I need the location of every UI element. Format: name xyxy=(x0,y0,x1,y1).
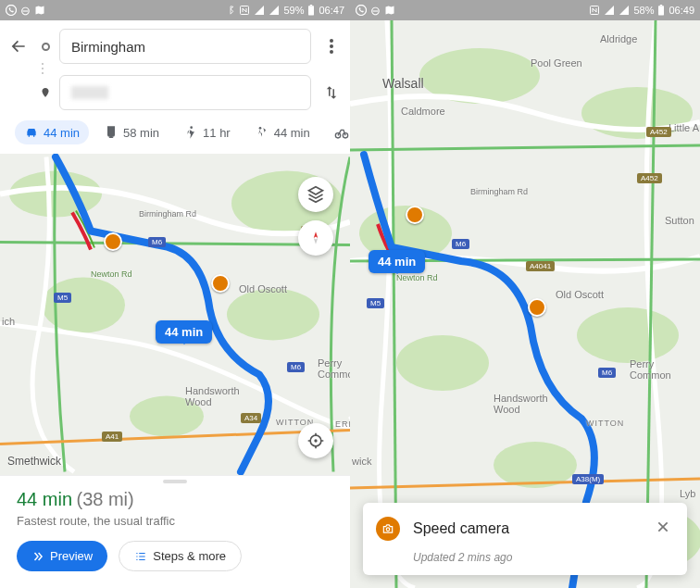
search-panel: Birmingham 44 min xyxy=(0,20,350,154)
mode-walk[interactable]: 11 hr xyxy=(174,120,240,144)
speed-camera-pin[interactable] xyxy=(211,274,230,293)
label-lyb: Lyb xyxy=(680,488,695,499)
svg-rect-3 xyxy=(310,5,312,6)
steps-label: Steps & more xyxy=(153,549,226,563)
swap-button[interactable] xyxy=(319,74,344,111)
label-aldridge: Aldridge xyxy=(600,33,637,44)
svg-point-9 xyxy=(335,133,340,138)
svg-point-8 xyxy=(258,127,261,130)
badge-m5: M5 xyxy=(367,298,384,308)
toast-subtitle: Updated 2 mins ago xyxy=(413,551,674,564)
battery-icon xyxy=(307,5,315,16)
toast-title: Speed camera xyxy=(413,520,639,537)
svg-rect-22 xyxy=(660,5,662,6)
compass-button[interactable] xyxy=(298,220,333,256)
mode-transit-label: 58 min xyxy=(123,126,159,140)
mode-cycle[interactable]: 3 hr xyxy=(325,120,350,144)
summary-description: Fastest route, the usual traffic xyxy=(17,514,333,528)
speed-camera-toast: Speed camera Updated 2 mins ago xyxy=(363,503,687,575)
label-newton-rd: Newton Rd xyxy=(396,273,438,282)
back-button[interactable] xyxy=(6,28,31,65)
swap-vertical-icon xyxy=(323,84,340,101)
signal-icon xyxy=(604,5,615,16)
svg-point-4 xyxy=(330,39,333,43)
speed-camera-pin[interactable] xyxy=(528,298,546,317)
rideshare-icon xyxy=(255,125,269,140)
phone-right: ⊖ 58% 06:49 xyxy=(350,0,700,588)
route-time-badge: 44 min xyxy=(156,320,212,344)
mode-tabs: 44 min 58 min 11 hr 44 min 3 hr xyxy=(6,111,344,154)
label-lich: ich xyxy=(2,316,15,327)
clock: 06:47 xyxy=(319,5,344,16)
nfc-icon xyxy=(589,5,600,16)
label-smethwick: Smethwick xyxy=(7,455,61,468)
speed-camera-pin[interactable] xyxy=(406,206,424,224)
maps-icon xyxy=(384,5,395,16)
maps-icon xyxy=(34,5,45,16)
svg-rect-2 xyxy=(308,6,314,15)
label-handsworth: Handsworth Wood xyxy=(494,393,548,415)
battery-pct: 59% xyxy=(283,5,304,16)
mode-transit[interactable]: 58 min xyxy=(94,120,169,144)
label-birmingham-rd: Birmingham Rd xyxy=(139,209,196,219)
signal-icon-2 xyxy=(269,5,280,16)
svg-point-5 xyxy=(330,44,333,48)
label-wick: wick xyxy=(352,456,371,467)
label-handsworth: Handsworth Wood xyxy=(185,385,240,407)
route-summary-card[interactable]: 44 min (38 mi) Fastest route, the usual … xyxy=(0,475,350,588)
my-location-button[interactable] xyxy=(298,423,333,458)
notif-dash-icon: ⊖ xyxy=(370,4,381,18)
svg-point-28 xyxy=(577,307,679,363)
route-connector-icon xyxy=(39,63,44,74)
status-bar: ⊖ 58% 06:49 xyxy=(350,0,700,20)
mode-rideshare-label: 44 min xyxy=(274,126,310,140)
map-view[interactable]: Walsall Caldmore Pool Green Aldridge Lit… xyxy=(350,20,700,588)
whatsapp-icon xyxy=(6,5,17,16)
badge-m5: M5 xyxy=(54,293,71,303)
layers-button[interactable] xyxy=(298,177,333,212)
list-icon xyxy=(134,550,147,563)
nfc-icon xyxy=(239,5,250,16)
badge-a34: A34 xyxy=(241,413,261,423)
steps-button[interactable]: Steps & more xyxy=(119,541,242,571)
mode-drive-label: 44 min xyxy=(44,126,80,140)
badge-m6b: M6 xyxy=(598,368,616,378)
origin-value: Birmingham xyxy=(71,39,145,55)
svg-point-0 xyxy=(6,6,17,16)
compass-icon xyxy=(307,230,324,246)
mode-drive[interactable]: 44 min xyxy=(15,120,89,144)
drag-handle-icon[interactable] xyxy=(163,480,187,483)
close-icon xyxy=(656,519,670,534)
battery-pct: 58% xyxy=(633,5,654,16)
overflow-menu-button[interactable] xyxy=(319,28,344,65)
toast-close-button[interactable] xyxy=(652,516,674,542)
svg-point-7 xyxy=(190,126,193,129)
location-target-icon xyxy=(306,432,325,450)
map-view[interactable]: Birmingham Rd Newton Rd Old Oscott Hands… xyxy=(0,154,350,475)
preview-button[interactable]: Preview xyxy=(17,541,107,571)
badge-m6a: M6 xyxy=(452,239,469,249)
label-witton: WITTON xyxy=(586,419,624,428)
label-perry: Perry Common xyxy=(318,357,350,380)
label-birmingham-rd: Birmingham Rd xyxy=(470,187,528,196)
badge-a41: A41 xyxy=(102,432,122,442)
label-caldmore: Caldmore xyxy=(401,106,445,117)
chevrons-right-icon xyxy=(31,550,44,563)
battery-icon xyxy=(657,5,665,16)
badge-m6b: M6 xyxy=(287,362,305,372)
destination-input[interactable] xyxy=(59,75,311,110)
svg-point-27 xyxy=(396,335,489,391)
notif-dash-icon: ⊖ xyxy=(20,4,31,18)
origin-marker-icon xyxy=(42,43,50,51)
mode-rideshare[interactable]: 44 min xyxy=(245,120,319,144)
svg-rect-21 xyxy=(658,6,664,15)
origin-input[interactable]: Birmingham xyxy=(59,29,311,64)
speed-camera-pin[interactable] xyxy=(104,232,122,251)
summary-distance: (38 mi) xyxy=(76,489,133,509)
camera-icon xyxy=(376,517,400,541)
svg-point-18 xyxy=(314,439,317,442)
label-sutton: Sutton xyxy=(665,215,694,226)
walk-icon xyxy=(183,125,198,140)
svg-point-19 xyxy=(356,6,367,16)
signal-icon xyxy=(254,5,265,16)
